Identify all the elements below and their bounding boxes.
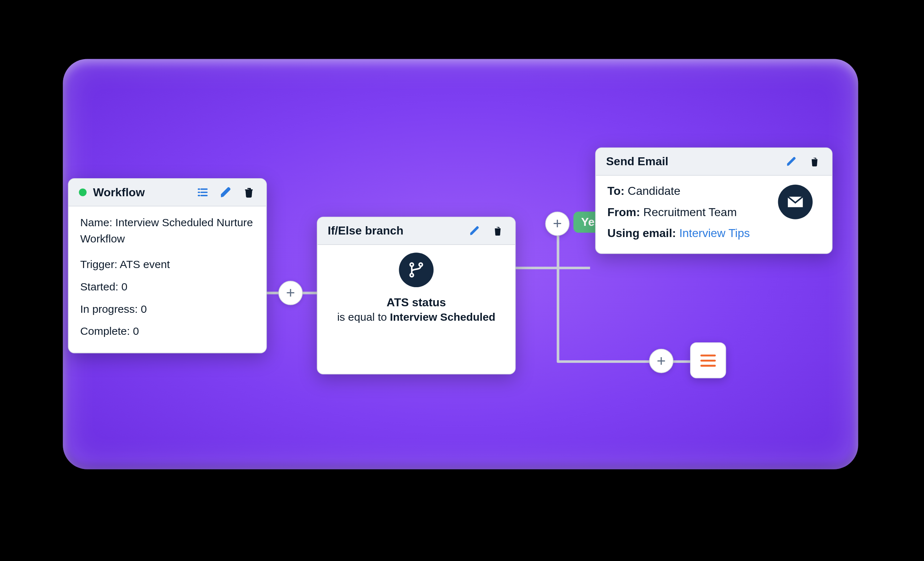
svg-point-0	[410, 263, 413, 266]
pencil-icon[interactable]	[219, 186, 233, 199]
to-label: To:	[608, 185, 624, 198]
condition-prefix: is equal to	[337, 311, 390, 323]
name-label: Name:	[80, 217, 112, 229]
add-node-button[interactable]	[278, 281, 303, 305]
end-node[interactable]	[690, 343, 726, 378]
complete-value: 0	[133, 325, 139, 337]
using-label: Using email:	[608, 227, 676, 240]
condition-card: If/Else branch ATS s	[317, 217, 516, 374]
envelope-icon	[778, 185, 813, 219]
inprogress-value: 0	[141, 303, 147, 315]
condition-card-header: If/Else branch	[318, 217, 515, 245]
workflow-card-header: Workflow	[69, 179, 266, 206]
inprogress-label: In progress:	[80, 303, 138, 315]
add-node-button[interactable]	[545, 211, 570, 236]
condition-field: ATS status	[387, 296, 446, 309]
pencil-icon[interactable]	[784, 154, 798, 169]
list-icon[interactable]	[196, 186, 210, 199]
email-card-header: Send Email	[596, 148, 832, 175]
complete-label: Complete:	[80, 325, 130, 337]
email-title: Send Email	[606, 155, 668, 168]
condition-title: If/Else branch	[328, 224, 404, 237]
email-card: Send Email To: Candidate	[595, 148, 832, 254]
trash-icon[interactable]	[242, 186, 256, 199]
started-label: Started:	[80, 281, 118, 293]
git-branch-icon	[399, 253, 434, 287]
condition-text: ATS status is equal to Interview Schedul…	[329, 296, 504, 324]
workflow-card-body: Name: Interview Scheduled Nurture Workfl…	[69, 206, 266, 353]
condition-value: Interview Scheduled	[390, 311, 495, 323]
add-node-button[interactable]	[649, 349, 674, 373]
trash-icon[interactable]	[490, 224, 505, 238]
svg-point-2	[410, 274, 413, 277]
started-value: 0	[121, 281, 128, 293]
trash-icon[interactable]	[807, 154, 822, 169]
from-value: Recruitment Team	[643, 206, 736, 218]
workflow-card: Workflow Name: Interview Scheduled Nurtu…	[68, 178, 267, 353]
workflow-title: Workflow	[93, 186, 145, 199]
pencil-icon[interactable]	[467, 224, 482, 238]
trigger-label: Trigger:	[80, 259, 117, 271]
from-label: From:	[608, 206, 640, 218]
menu-icon	[700, 354, 716, 367]
svg-point-1	[419, 263, 422, 266]
trigger-value: ATS event	[120, 259, 170, 271]
to-value: Candidate	[628, 185, 680, 198]
using-value-link[interactable]: Interview Tips	[679, 227, 750, 240]
status-dot-icon	[79, 188, 87, 196]
